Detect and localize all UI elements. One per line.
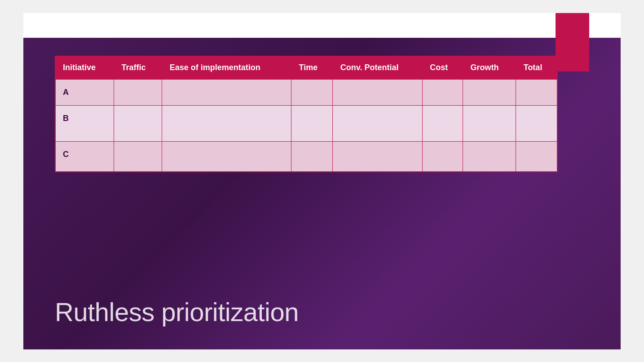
- header-conv-potential: Conv. Potential: [333, 56, 423, 79]
- row-b-traffic: [114, 105, 162, 141]
- row-a-traffic: [114, 79, 162, 106]
- row-b-ease: [162, 105, 291, 141]
- row-b-conv-potential: [333, 105, 423, 141]
- header-cost: Cost: [422, 56, 463, 79]
- row-a-cost: [422, 79, 463, 106]
- row-a-initiative: A: [55, 79, 114, 106]
- row-c-conv-potential: [333, 141, 423, 172]
- row-c-total: [516, 141, 557, 172]
- table-header-row: Initiative Traffic Ease of implementatio…: [55, 56, 557, 79]
- row-b-time: [291, 105, 333, 141]
- row-a-total: [516, 79, 557, 106]
- white-area: [23, 13, 621, 38]
- row-b-total: [516, 105, 557, 141]
- header-total: Total: [516, 56, 557, 79]
- row-a-growth: [463, 79, 516, 106]
- row-c-time: [291, 141, 333, 172]
- header-traffic: Traffic: [114, 56, 162, 79]
- row-b-growth: [463, 105, 516, 141]
- row-c-growth: [463, 141, 516, 172]
- row-b-cost: [422, 105, 463, 141]
- header-ease: Ease of implementation: [162, 56, 291, 79]
- header-time: Time: [291, 56, 333, 79]
- table-row-c: C: [55, 141, 557, 172]
- row-c-initiative: C: [55, 141, 114, 172]
- table-row-b: B: [55, 105, 557, 141]
- header-initiative: Initiative: [55, 56, 114, 79]
- prioritization-table: Initiative Traffic Ease of implementatio…: [55, 56, 558, 173]
- header-growth: Growth: [463, 56, 516, 79]
- row-c-cost: [422, 141, 463, 172]
- row-c-traffic: [114, 141, 162, 172]
- pink-rectangle-decoration: [556, 13, 589, 72]
- row-b-initiative: B: [55, 105, 114, 141]
- row-a-time: [291, 79, 333, 106]
- row-c-ease: [162, 141, 291, 172]
- row-a-conv-potential: [333, 79, 423, 106]
- main-title: Ruthless prioritization: [55, 297, 299, 327]
- table-row-a: A: [55, 79, 557, 106]
- row-a-ease: [162, 79, 291, 106]
- slide-container: Initiative Traffic Ease of implementatio…: [23, 13, 621, 349]
